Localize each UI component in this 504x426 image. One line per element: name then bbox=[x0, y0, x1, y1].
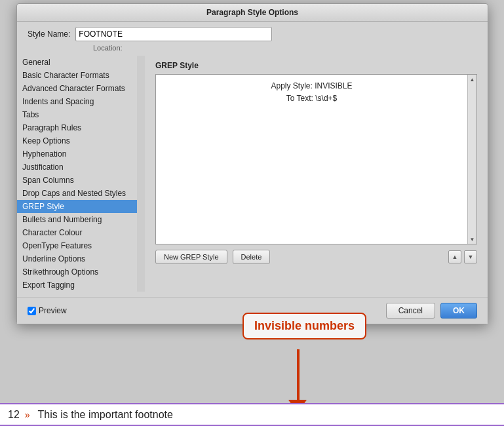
move-up-button[interactable]: ▲ bbox=[448, 250, 461, 263]
bottom-buttons: Cancel OK bbox=[386, 303, 477, 319]
dialog-body: Style Name: Location: General Basic Char… bbox=[17, 22, 488, 324]
new-grep-button[interactable]: New GREP Style bbox=[155, 250, 227, 264]
doc-strip: 12 » This is the important footnote bbox=[0, 403, 504, 426]
grep-to-text: To Text: \s\d+$ bbox=[161, 92, 462, 105]
doc-strip-arrow-icon: » bbox=[25, 410, 30, 420]
grep-buttons-row: New GREP Style Delete ▲ ▼ bbox=[155, 250, 477, 264]
style-name-row: Style Name: bbox=[17, 22, 488, 44]
sidebar-item-opentype[interactable]: OpenType Features bbox=[17, 239, 137, 252]
dialog-title: Paragraph Style Options bbox=[206, 8, 298, 17]
scroll-down-icon[interactable]: ▼ bbox=[469, 235, 476, 243]
paragraph-style-dialog: Paragraph Style Options Style Name: Loca… bbox=[16, 3, 488, 324]
scroll-up-icon[interactable]: ▲ bbox=[469, 75, 476, 83]
sidebar-item-export[interactable]: Export Tagging bbox=[17, 279, 137, 292]
footnote-number: 12 bbox=[8, 409, 20, 421]
sidebar-item-general[interactable]: General bbox=[17, 56, 137, 69]
sidebar-item-strikethrough[interactable]: Strikethrough Options bbox=[17, 265, 137, 279]
sidebar-item-indents[interactable]: Indents and Spacing bbox=[17, 95, 137, 108]
location-label: Location: bbox=[83, 44, 488, 56]
preview-label: Preview bbox=[39, 306, 67, 315]
sidebar-item-advanced-char[interactable]: Advanced Character Formats bbox=[17, 82, 137, 95]
grep-outer: Apply Style: INVISIBLE To Text: \s\d+$ ▲… bbox=[155, 74, 477, 244]
grep-apply-style: Apply Style: INVISIBLE bbox=[161, 80, 462, 92]
sidebar-item-span-columns[interactable]: Span Columns bbox=[17, 174, 137, 187]
preview-row: Preview bbox=[28, 306, 67, 315]
content-area: General Basic Character Formats Advanced… bbox=[17, 56, 488, 297]
sidebar-item-char-colour[interactable]: Character Colour bbox=[17, 226, 137, 239]
sidebar-item-drop-caps[interactable]: Drop Caps and Nested Styles bbox=[17, 187, 137, 200]
grep-content: Apply Style: INVISIBLE To Text: \s\d+$ bbox=[156, 75, 467, 244]
style-name-label: Style Name: bbox=[28, 29, 70, 39]
sidebar-item-justification[interactable]: Justification bbox=[17, 161, 137, 174]
dialog-title-bar: Paragraph Style Options bbox=[17, 4, 488, 22]
sidebar-item-hyphenation[interactable]: Hyphenation bbox=[17, 147, 137, 161]
sidebar-item-para-rules[interactable]: Paragraph Rules bbox=[17, 121, 137, 134]
annotation-bubble: Invisible numbers bbox=[242, 313, 366, 339]
sidebar-inner: General Basic Character Formats Advanced… bbox=[17, 56, 137, 292]
sidebar-item-grep[interactable]: GREP Style bbox=[17, 200, 137, 213]
right-panel: GREP Style Apply Style: INVISIBLE To Tex… bbox=[145, 56, 488, 292]
arrow-buttons: ▲ ▼ bbox=[448, 250, 477, 263]
sidebar-item-tabs[interactable]: Tabs bbox=[17, 108, 137, 121]
sidebar: General Basic Character Formats Advanced… bbox=[17, 56, 145, 292]
sidebar-item-underline[interactable]: Underline Options bbox=[17, 252, 137, 265]
sidebar-item-bullets[interactable]: Bullets and Numbering bbox=[17, 213, 137, 226]
annotation-text: Invisible numbers bbox=[254, 319, 355, 332]
annotation-arrow-line bbox=[297, 349, 300, 402]
footnote-text: This is the important footnote bbox=[38, 409, 173, 421]
grep-section-title: GREP Style bbox=[155, 61, 477, 70]
cancel-button[interactable]: Cancel bbox=[386, 303, 435, 319]
delete-button[interactable]: Delete bbox=[233, 250, 271, 264]
preview-checkbox[interactable] bbox=[28, 307, 36, 315]
ok-button[interactable]: OK bbox=[440, 303, 477, 319]
sidebar-item-basic-char[interactable]: Basic Character Formats bbox=[17, 69, 137, 82]
sidebar-item-keep-options[interactable]: Keep Options bbox=[17, 134, 137, 147]
style-name-input[interactable] bbox=[75, 27, 272, 41]
sidebar-scrollbar[interactable] bbox=[137, 56, 145, 292]
grep-scrollbar[interactable]: ▲ ▼ bbox=[467, 75, 476, 244]
move-down-button[interactable]: ▼ bbox=[464, 250, 477, 263]
